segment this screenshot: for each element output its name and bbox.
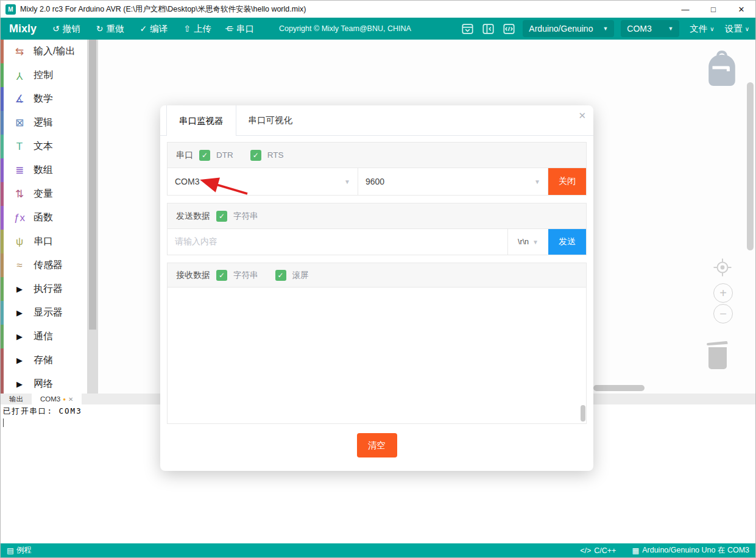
menu-item-label: 重做	[107, 23, 124, 35]
receive-data-header: 接收数据 ✓ 字符串 ✓ 滚屏	[168, 263, 586, 288]
workspace-horizontal-scrollbar[interactable]	[593, 385, 645, 391]
sidebar-item-15[interactable]: ▶ 网络	[1, 372, 98, 394]
zoom-out-button[interactable]: −	[713, 304, 733, 323]
close-button[interactable]: ✕	[727, 1, 755, 18]
category-color-bar	[1, 301, 4, 325]
sidebar-item-9[interactable]: ψ 串口	[1, 230, 98, 253]
baud-rate-value: 9600	[366, 177, 384, 186]
tab-close-icon[interactable]: ✕	[68, 396, 73, 403]
sidebar-item-2[interactable]: Y 控制	[1, 63, 98, 87]
send-data-section: 发送数据 ✓ 字符串 请输入内容 \r\n ▼ 发送	[167, 203, 587, 255]
dtr-checkbox[interactable]: ✓	[199, 150, 210, 161]
examples-button[interactable]: ▤ 例程	[7, 545, 32, 556]
line-ending-value: \r\n	[518, 238, 529, 246]
document-icon: ▤	[7, 546, 14, 555]
sidebar-item-11[interactable]: ▶ 执行器	[1, 277, 98, 301]
tab-com3[interactable]: COM3 ● ✕	[32, 394, 82, 404]
sidebar-item-label: 通信	[34, 330, 53, 343]
board-select[interactable]: Arduino/Genuino ▼	[523, 20, 614, 37]
sidebar-item-14[interactable]: ▶ 存储	[1, 348, 98, 372]
serial-label: 串口	[176, 150, 193, 161]
minimize-button[interactable]: —	[671, 1, 699, 18]
input-output-icon: ⇆	[12, 45, 27, 58]
sidebar-item-8[interactable]: ƒx 函数	[1, 206, 98, 230]
sidebar-item-12[interactable]: ▶ 显示器	[1, 301, 98, 325]
tab-serial-monitor[interactable]: 串口监视器	[166, 105, 236, 136]
maximize-button[interactable]: □	[699, 1, 727, 18]
block-category-sidebar: ⇆ 输入/输出 Y 控制 ∡ 数学 ⊠ 逻辑 T 文本 ≣ 数组 ⇅ 变量 ƒx…	[1, 40, 98, 394]
receive-scrollbar-thumb[interactable]	[581, 405, 585, 422]
menu-item-撤销[interactable]: ↺ 撤销	[52, 23, 80, 35]
center-view-icon[interactable]	[713, 258, 732, 280]
category-color-bar	[1, 111, 4, 135]
chevron-down-icon: ∨	[710, 26, 714, 32]
sidebar-item-7[interactable]: ⇅ 变量	[1, 182, 98, 206]
sidebar-item-3[interactable]: ∡ 数学	[1, 87, 98, 111]
send-string-checkbox[interactable]: ✓	[216, 211, 227, 222]
menu-item-上传[interactable]: ⇧ 上传	[183, 23, 211, 35]
send-button[interactable]: 发送	[548, 229, 586, 255]
tab-serial-plotter[interactable]: 串口可视化	[236, 105, 305, 135]
send-input[interactable]: 请输入内容	[168, 229, 508, 255]
mixly-brand[interactable]: Mixly	[9, 23, 37, 35]
dialog-close-icon[interactable]: ✕	[578, 110, 586, 121]
file-menu[interactable]: 文件 ∨	[690, 23, 714, 35]
receive-string-label: 字符串	[233, 270, 258, 281]
chevron-down-icon: ▼	[602, 26, 608, 32]
workspace-vertical-scrollbar[interactable]	[747, 82, 754, 250]
sidebar-item-4[interactable]: ⊠ 逻辑	[1, 111, 98, 135]
language-indicator[interactable]: </> C/C++	[580, 546, 616, 555]
sidebar-item-5[interactable]: T 文本	[1, 135, 98, 158]
text-icon: T	[12, 141, 27, 153]
upload-icon: ⇧	[183, 24, 191, 34]
category-color-bar	[1, 372, 4, 394]
sidebar-item-label: 数学	[34, 93, 53, 105]
chip-icon: ▦	[632, 546, 639, 555]
menu-item-重做[interactable]: ↻ 重做	[96, 23, 124, 35]
menu-item-编译[interactable]: ✓ 编译	[140, 23, 168, 35]
sensor-icon: ≈	[12, 260, 27, 272]
com-port-select[interactable]: COM3 ▼	[168, 168, 358, 195]
console-cursor	[3, 418, 4, 427]
sidebar-scrollbar-thumb[interactable]	[89, 40, 96, 330]
sidebar-item-label: 数组	[34, 164, 53, 177]
dialog-body: 串口 ✓ DTR ✓ RTS COM3 ▼ 9600 ▼ 关闭	[160, 136, 593, 457]
line-ending-select[interactable]: \r\n ▼	[508, 229, 548, 255]
sidebar-item-label: 串口	[34, 235, 53, 248]
sidebar-item-1[interactable]: ⇆ 输入/输出	[1, 40, 98, 63]
copyright-text: Copyright © Mixly Team@BNU, CHINA	[279, 24, 411, 33]
collapse-panel-icon[interactable]	[481, 22, 495, 36]
port-select[interactable]: COM3 ▼	[621, 20, 679, 37]
sidebar-item-10[interactable]: ≈ 传感器	[1, 253, 98, 277]
app-window: M Mixly 2.0 rc3 For Arduino AVR (E:\用户文档…	[0, 0, 756, 558]
menu-item-串口[interactable]: ψ 串口	[227, 23, 254, 35]
baud-rate-select[interactable]: 9600 ▼	[358, 168, 548, 195]
backpack-icon[interactable]	[705, 49, 738, 92]
close-port-button[interactable]: 关闭	[548, 168, 586, 195]
category-color-bar	[1, 348, 4, 372]
save-panel-icon[interactable]	[461, 22, 475, 36]
rts-checkbox[interactable]: ✓	[250, 150, 261, 161]
language-label: C/C++	[594, 546, 616, 555]
sidebar-item-label: 传感器	[34, 259, 63, 272]
category-color-bar	[1, 87, 4, 111]
autoscroll-label: 滚屏	[292, 270, 309, 281]
receive-data-section: 接收数据 ✓ 字符串 ✓ 滚屏	[167, 263, 587, 424]
clear-button[interactable]: 清空	[357, 433, 397, 457]
tab-output[interactable]: 输出	[1, 394, 32, 404]
board-status[interactable]: ▦ Arduino/Genuino Uno 在 COM3	[632, 545, 749, 556]
autoscroll-checkbox[interactable]: ✓	[275, 270, 286, 281]
settings-menu[interactable]: 设置 ∨	[725, 23, 749, 35]
trash-icon[interactable]	[704, 339, 731, 372]
menu-item-label: 上传	[194, 23, 211, 35]
sidebar-item-13[interactable]: ▶ 通信	[1, 325, 98, 348]
code-view-icon[interactable]	[502, 22, 516, 36]
sidebar-item-6[interactable]: ≣ 数组	[1, 158, 98, 182]
array-icon: ≣	[12, 164, 27, 177]
sidebar-item-label: 文本	[34, 140, 53, 153]
receive-display-area[interactable]	[168, 288, 586, 423]
zoom-in-button[interactable]: +	[713, 283, 733, 303]
receive-string-checkbox[interactable]: ✓	[216, 270, 227, 281]
sidebar-scrollbar-track[interactable]	[87, 40, 98, 394]
undo-icon: ↺	[52, 24, 60, 34]
